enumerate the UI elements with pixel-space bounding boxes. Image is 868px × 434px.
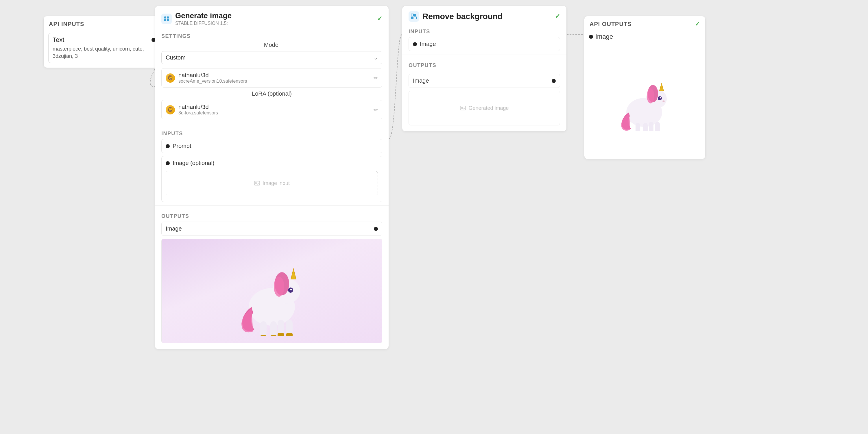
image-optional-label: Image (optional) bbox=[173, 160, 215, 166]
api-outputs-title: API OUTPUTS bbox=[590, 21, 631, 28]
svg-point-33 bbox=[660, 97, 661, 99]
prompt-input-row: Prompt bbox=[161, 139, 382, 153]
model-name: nathanlu/3d bbox=[178, 72, 247, 78]
svg-rect-20 bbox=[278, 333, 284, 336]
lora-item-left: 🦁 nathanlu/3d 3d-lora.safetensors bbox=[166, 104, 218, 115]
svg-rect-1 bbox=[167, 16, 169, 19]
svg-rect-21 bbox=[286, 333, 292, 336]
remove-check: ✓ bbox=[555, 13, 560, 20]
svg-rect-18 bbox=[260, 335, 267, 336]
lora-edit-icon[interactable]: ✏ bbox=[374, 107, 378, 113]
generate-check: ✓ bbox=[377, 15, 382, 23]
svg-rect-22 bbox=[411, 14, 413, 16]
svg-rect-19 bbox=[270, 335, 277, 336]
remove-header: Remove background ✓ bbox=[402, 6, 566, 25]
svg-point-13 bbox=[274, 276, 284, 297]
generated-placeholder-icon bbox=[460, 105, 466, 111]
remove-outputs-label: OUTPUTS bbox=[402, 58, 566, 71]
image-output-box bbox=[161, 239, 382, 343]
settings-section: Model Custom ⌄ 🦁 nathanlu/3d socreAme_ve… bbox=[155, 42, 389, 119]
output-image-row: Image bbox=[161, 222, 382, 236]
svg-point-11 bbox=[290, 289, 292, 290]
model-item-left: 🦁 nathanlu/3d socreAme_version10.safeten… bbox=[166, 72, 247, 84]
remove-title-row: Remove background bbox=[408, 11, 502, 22]
text-field-label: Text bbox=[53, 36, 64, 44]
remove-output-image-label: Image bbox=[413, 77, 429, 84]
api-inputs-header: API INPUTS ✓ bbox=[44, 16, 164, 31]
unicorn-bg bbox=[162, 239, 382, 343]
generated-image-box: Generated image bbox=[408, 91, 560, 125]
svg-rect-23 bbox=[414, 14, 416, 16]
svg-rect-37 bbox=[636, 123, 640, 131]
model-avatar: 🦁 bbox=[166, 73, 175, 82]
canvas: API INPUTS ✓ Text masterpiece, best qual… bbox=[0, 0, 868, 434]
lora-label: LoRA (optional) bbox=[161, 91, 382, 97]
svg-rect-26 bbox=[460, 106, 466, 110]
remove-input-image-row: Image bbox=[408, 37, 560, 51]
generate-title-row: Generate image STABLE DIFFUSION 1.5: bbox=[161, 11, 231, 26]
lora-section: LoRA (optional) 🦁 nathanlu/3d 3d-lora.sa… bbox=[161, 91, 382, 119]
text-field-value: masterpiece, best quality, unicorn, cute… bbox=[53, 45, 156, 60]
remove-input-dot bbox=[413, 42, 417, 46]
generate-node-icon bbox=[161, 13, 172, 24]
svg-rect-17 bbox=[286, 320, 292, 335]
model-sub: socreAme_version10.safetensors bbox=[178, 78, 247, 84]
generated-placeholder-text: Generated image bbox=[468, 105, 508, 111]
text-field-label-row: Text bbox=[53, 36, 156, 44]
settings-label: SETTINGS bbox=[155, 29, 389, 42]
unicorn-large-svg bbox=[228, 246, 315, 336]
remove-title: Remove background bbox=[423, 12, 502, 21]
svg-rect-38 bbox=[643, 123, 648, 131]
api-outputs-header: API OUTPUTS ✓ bbox=[584, 16, 705, 31]
lora-avatar: 🦁 bbox=[166, 105, 175, 114]
outputs-section: Image bbox=[155, 222, 389, 349]
generate-card-header: Generate image STABLE DIFFUSION 1.5: ✓ bbox=[155, 6, 389, 29]
remove-node-icon bbox=[408, 11, 419, 22]
svg-point-34 bbox=[662, 101, 665, 102]
output-image-dot bbox=[374, 227, 378, 231]
lora-sub: 3d-lora.safetensors bbox=[178, 110, 218, 115]
model-select[interactable]: Custom ⌄ bbox=[161, 51, 382, 64]
output-image-label2: Image bbox=[595, 33, 613, 40]
svg-rect-24 bbox=[411, 17, 413, 19]
inputs-section-label: INPUTS bbox=[155, 127, 389, 139]
model-label: Model bbox=[161, 42, 382, 48]
api-inputs-title: API INPUTS bbox=[49, 21, 84, 28]
svg-rect-2 bbox=[164, 19, 166, 21]
remove-outputs: Image Generated image bbox=[402, 71, 566, 131]
generate-image-card: Generate image STABLE DIFFUSION 1.5: ✓ S… bbox=[155, 6, 389, 349]
model-info: nathanlu/3d socreAme_version10.safetenso… bbox=[178, 72, 247, 84]
model-chevron-icon: ⌄ bbox=[374, 55, 378, 61]
api-outputs-card: API OUTPUTS ✓ Image bbox=[584, 16, 706, 159]
image-placeholder-icon bbox=[254, 180, 260, 187]
remove-background-card: Remove background ✓ INPUTS Image OUTPUTS… bbox=[402, 6, 567, 131]
generate-subtitle: STABLE DIFFUSION 1.5: bbox=[175, 21, 231, 26]
lora-item: 🦁 nathanlu/3d 3d-lora.safetensors ✏ bbox=[161, 100, 382, 119]
remove-inputs: Image bbox=[402, 37, 566, 51]
model-item: 🦁 nathanlu/3d socreAme_version10.safeten… bbox=[161, 68, 382, 88]
unicorn-small-svg bbox=[613, 68, 677, 131]
lora-info: nathanlu/3d 3d-lora.safetensors bbox=[178, 104, 218, 115]
remove-inputs-label: INPUTS bbox=[402, 25, 566, 37]
svg-rect-0 bbox=[164, 16, 166, 19]
image-optional-row: Image (optional) Image input bbox=[161, 156, 382, 202]
prompt-dot bbox=[166, 144, 170, 148]
lora-name: nathanlu/3d bbox=[178, 104, 218, 110]
unicorn-illustration bbox=[613, 68, 677, 131]
image-optional-dot bbox=[166, 161, 170, 165]
svg-rect-15 bbox=[270, 321, 277, 336]
text-field-group: Text masterpiece, best quality, unicorn,… bbox=[48, 33, 160, 63]
image-optional-header: Image (optional) bbox=[166, 160, 215, 166]
output-image-label: Image bbox=[166, 225, 182, 232]
svg-point-36 bbox=[647, 89, 654, 103]
remove-output-image-row: Image bbox=[408, 74, 560, 88]
image-input-placeholder: Image input bbox=[262, 180, 290, 187]
output-image-dot2 bbox=[589, 35, 593, 39]
api-outputs-check: ✓ bbox=[695, 20, 700, 28]
remove-output-dot bbox=[552, 79, 556, 83]
model-select-value: Custom bbox=[166, 54, 186, 61]
svg-rect-40 bbox=[655, 122, 660, 131]
model-edit-icon[interactable]: ✏ bbox=[374, 75, 378, 81]
outputs-section-label: OUTPUTS bbox=[155, 209, 389, 222]
remove-input-image-label: Image bbox=[420, 41, 436, 47]
